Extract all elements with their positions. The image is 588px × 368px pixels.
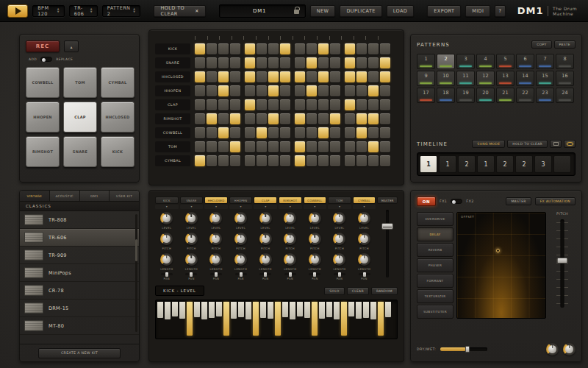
step-cell[interactable] xyxy=(356,99,367,110)
pad-clap[interactable]: CLAP xyxy=(63,102,97,132)
step-cell[interactable] xyxy=(330,57,340,68)
step-cell[interactable] xyxy=(218,141,229,152)
level-bar[interactable] xyxy=(297,302,303,316)
step-cell[interactable] xyxy=(295,155,305,166)
fx-delay[interactable]: DELAY xyxy=(417,227,453,241)
step-cell[interactable] xyxy=(330,43,340,54)
step-cell[interactable] xyxy=(245,113,255,124)
step-cell[interactable] xyxy=(368,127,379,138)
step-cell[interactable] xyxy=(380,113,390,124)
step-cell[interactable] xyxy=(345,71,355,82)
fx-texturizer[interactable]: TEXTURIZER xyxy=(417,289,453,303)
level-bar[interactable] xyxy=(348,302,354,316)
timeline-hold-to-clear-button[interactable]: HOLD TO CLEAR xyxy=(507,140,548,148)
knob-level[interactable]: LEVEL xyxy=(284,212,296,230)
step-cell[interactable] xyxy=(195,155,205,166)
fx1-fx2-toggle[interactable] xyxy=(451,199,462,204)
step-cell[interactable] xyxy=(218,57,229,68)
level-bar[interactable] xyxy=(341,302,347,336)
kit-item[interactable]: DRM-15 xyxy=(20,300,139,317)
channel-dropdown[interactable]: ▾ xyxy=(180,205,204,209)
step-cell[interactable] xyxy=(257,43,267,54)
step-cell[interactable] xyxy=(330,141,340,152)
level-bar[interactable] xyxy=(179,302,185,319)
pattern-cell[interactable]: 7 xyxy=(536,54,554,69)
kit-scrollbar-thumb[interactable] xyxy=(135,239,137,261)
channel-tab[interactable]: KICK xyxy=(155,197,179,204)
step-cell[interactable] xyxy=(330,99,340,110)
step-cell[interactable] xyxy=(257,141,267,152)
pan-slider[interactable]: PAN xyxy=(185,273,197,280)
channel-dropdown[interactable]: ▾ xyxy=(155,205,179,209)
pattern-cell[interactable]: 14 xyxy=(516,71,534,86)
pitch-slider[interactable] xyxy=(556,219,568,308)
step-cell[interactable] xyxy=(380,43,390,54)
pan-slider[interactable]: PAN xyxy=(309,273,320,280)
step-cell[interactable] xyxy=(280,127,290,138)
step-cell[interactable] xyxy=(330,155,340,166)
timeline-slot[interactable]: 2 xyxy=(458,155,476,173)
step-cell[interactable] xyxy=(230,43,240,54)
step-cell[interactable] xyxy=(318,127,329,138)
play-button[interactable] xyxy=(7,4,28,18)
step-cell[interactable] xyxy=(245,71,255,82)
kit-item[interactable]: TR-909 xyxy=(20,247,139,264)
step-cell[interactable] xyxy=(230,85,240,96)
step-cell[interactable] xyxy=(207,141,217,152)
pattern-cell[interactable]: 5 xyxy=(496,54,514,69)
step-cell[interactable] xyxy=(280,85,290,96)
fx-on-button[interactable]: ON xyxy=(417,197,436,206)
step-cell[interactable] xyxy=(330,127,340,138)
dry-wet-knob[interactable] xyxy=(465,346,470,353)
step-cell[interactable] xyxy=(207,43,217,54)
pitch-slider-handle[interactable] xyxy=(557,258,568,263)
kit-tab-dm1[interactable]: DM1 xyxy=(80,191,110,201)
level-bar[interactable] xyxy=(290,302,295,319)
step-cell[interactable] xyxy=(318,113,329,124)
xy-pad[interactable]: OFFSET xyxy=(456,212,546,319)
step-cell[interactable] xyxy=(230,71,240,82)
step-cell[interactable] xyxy=(207,57,217,68)
pattern-cell[interactable]: 13 xyxy=(496,71,514,86)
channel-tab[interactable]: HHOPEN xyxy=(229,197,253,204)
level-bar[interactable] xyxy=(223,302,229,336)
level-bar[interactable] xyxy=(356,302,362,319)
step-cell[interactable] xyxy=(207,127,217,138)
step-cell[interactable] xyxy=(257,99,267,110)
pad-rimshot[interactable]: RIMSHOT xyxy=(26,136,60,167)
knob-length[interactable]: LENGTH xyxy=(209,253,222,271)
step-cell[interactable] xyxy=(368,57,379,68)
step-cell[interactable] xyxy=(345,99,355,110)
step-cell[interactable] xyxy=(280,71,290,82)
paste-button[interactable]: PASTE xyxy=(554,40,576,49)
step-cell[interactable] xyxy=(368,99,379,110)
pan-knob[interactable] xyxy=(264,272,267,277)
step-cell[interactable] xyxy=(318,57,329,68)
kit-tab-user-kit[interactable]: USER KIT xyxy=(110,191,139,201)
pattern-cell[interactable]: 17 xyxy=(417,88,435,103)
step-cell[interactable] xyxy=(207,85,217,96)
step-cell[interactable] xyxy=(280,99,290,110)
timeline-slot[interactable]: 1 xyxy=(420,155,437,173)
channel-tab[interactable]: SNARE xyxy=(180,197,204,204)
level-bar[interactable] xyxy=(312,302,318,336)
knob-level[interactable]: LEVEL xyxy=(209,212,222,230)
pan-knob[interactable] xyxy=(363,272,366,277)
level-bar[interactable] xyxy=(194,302,200,317)
hold-to-clear-button[interactable]: HOLD TO CLEAR ✕ xyxy=(154,5,205,17)
step-cell[interactable] xyxy=(306,113,317,124)
timeline-slot[interactable]: 2 xyxy=(496,155,514,173)
knob-length[interactable]: LENGTH xyxy=(259,253,272,271)
timeline-slot[interactable] xyxy=(553,155,571,173)
timeline-slot[interactable]: 1 xyxy=(477,155,495,173)
pad-kick[interactable]: KICK xyxy=(101,136,135,167)
metronome-button[interactable]: ▴ xyxy=(64,40,79,52)
knob-length[interactable]: LENGTH xyxy=(333,253,345,271)
channel-dropdown[interactable]: ▾ xyxy=(229,205,253,209)
step-cell[interactable] xyxy=(368,141,379,152)
step-cell[interactable] xyxy=(380,141,390,152)
knob-level[interactable]: LEVEL xyxy=(309,212,321,230)
pan-slider[interactable]: PAN xyxy=(210,273,222,280)
step-cell[interactable] xyxy=(345,127,355,138)
create-kit-button[interactable]: CREATE A NEW KIT xyxy=(38,348,121,358)
